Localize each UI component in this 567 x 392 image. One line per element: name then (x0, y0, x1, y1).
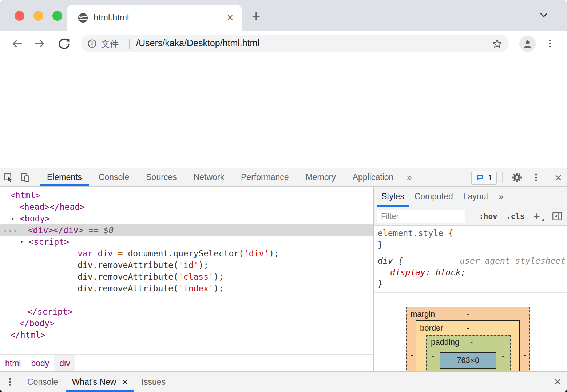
box-model-margin[interactable]: margin - - - border - - - padding (406, 307, 530, 372)
tab-search-chevron-icon[interactable] (539, 10, 549, 20)
margin-left-value[interactable]: - (411, 350, 413, 360)
box-model-border[interactable]: border - - - padding - - - (416, 320, 520, 372)
bookmark-star-icon[interactable] (492, 39, 502, 49)
zoom-window-button[interactable] (52, 11, 62, 21)
profile-avatar[interactable] (519, 36, 536, 52)
tab-title: html.html (94, 12, 129, 23)
margin-label: margin (411, 309, 435, 319)
dom-tree-row[interactable]: var div = document.querySelector('div'); (0, 248, 373, 259)
padding-left-value[interactable]: - (432, 352, 434, 361)
url-text[interactable]: /Users/kaka/Desktop/html.html (136, 38, 259, 48)
devtools-tab-elements[interactable]: Elements (39, 168, 90, 186)
dom-tree-row[interactable]: ▾<body> (0, 213, 373, 224)
dom-tree-row[interactable]: <head></head> (0, 201, 373, 213)
devtools-tab-memory[interactable]: Memory (297, 168, 344, 186)
dom-tree-row[interactable] (0, 294, 373, 306)
code-token: div (98, 249, 118, 258)
back-icon[interactable] (10, 37, 23, 50)
browser-menu-icon[interactable] (545, 39, 555, 48)
css-property-value[interactable]: block; (436, 268, 466, 277)
url-scheme-label: 文件 (101, 38, 119, 50)
overflow-dots-icon[interactable]: ... (3, 223, 18, 235)
box-model-diagram[interactable]: margin - - - border - - - padding (406, 307, 530, 372)
code-token: == (83, 225, 103, 235)
content-size: 763×0 (457, 356, 479, 365)
code-token: $0 (104, 225, 114, 235)
styles-filter-input[interactable] (377, 210, 465, 223)
user-agent-rule[interactable]: user agent stylesheetdiv { display: bloc… (374, 253, 567, 293)
close-window-button[interactable] (15, 11, 24, 21)
css-property-name[interactable]: display (390, 268, 425, 277)
devtools-tab-performance[interactable]: Performance (233, 168, 297, 186)
browser-tab[interactable]: html.html × (67, 5, 242, 31)
dom-tree-row[interactable]: </body> (0, 317, 373, 329)
expand-arrow-icon[interactable]: ▾ (20, 236, 29, 248)
devtools-close-icon[interactable]: × (555, 170, 562, 185)
tab-close-icon[interactable]: × (227, 11, 233, 24)
devtools-tab-application[interactable]: Application (344, 168, 402, 186)
reload-icon[interactable] (58, 37, 71, 50)
device-toolbar-button[interactable] (17, 168, 33, 186)
box-model-content[interactable]: 763×0 (440, 352, 496, 369)
dom-tree-row-selected[interactable]: ...<div></div> == $0 (0, 224, 373, 236)
drawer-tab-what-s-new[interactable]: What's New× (65, 372, 134, 392)
toggle-element-classes-button[interactable]: .cls (506, 212, 525, 221)
chat-bubble-icon (476, 173, 484, 182)
code-token: div.removeAttribute( (78, 284, 178, 293)
padding-label: padding (431, 337, 459, 347)
styles-tab-computed[interactable]: Computed (409, 187, 458, 207)
settings-gear-icon[interactable] (511, 172, 523, 183)
code-token: ); (269, 249, 279, 258)
border-right-value[interactable]: - (512, 351, 515, 360)
forward-icon[interactable] (33, 37, 47, 50)
drawer-menu-button[interactable] (0, 372, 20, 392)
minimize-window-button[interactable] (33, 11, 43, 21)
drawer-tab-issues[interactable]: Issues (135, 372, 173, 392)
dom-tree-row[interactable]: </html> (0, 329, 373, 341)
dom-tree-row[interactable]: <html> (0, 189, 373, 201)
dom-tree-row[interactable]: </script> (0, 306, 373, 317)
drawer-close-icon[interactable]: × (554, 373, 561, 390)
devtools-menu-icon[interactable] (531, 173, 541, 182)
close-brace: } (378, 240, 383, 249)
breadcrumb: htmlbodydiv (0, 354, 373, 372)
code-token: div.removeAttribute( (78, 260, 178, 270)
code-token: 'class' (178, 272, 214, 281)
box-model-padding[interactable]: padding - - - 763×0 (426, 335, 511, 372)
styles-tab-layout[interactable]: Layout (458, 187, 493, 207)
padding-top-value[interactable]: - (470, 337, 473, 347)
new-tab-button[interactable]: + (252, 9, 260, 23)
traffic-lights (15, 11, 62, 21)
border-top-value[interactable]: - (467, 323, 469, 333)
dock-sidebar-icon[interactable] (552, 211, 563, 222)
margin-top-value[interactable]: - (467, 309, 469, 319)
devtools-tab-sources[interactable]: Sources (138, 168, 185, 186)
margin-right-value[interactable]: - (523, 350, 526, 360)
toggle-pseudo-state-button[interactable]: :hov (479, 212, 497, 221)
page-info-icon[interactable] (87, 39, 97, 48)
border-left-value[interactable]: - (421, 351, 423, 360)
dom-tree-row[interactable]: div.removeAttribute('class'); (0, 271, 373, 283)
address-bar[interactable]: 文件 /Users/kaka/Desktop/html.html (81, 35, 509, 52)
element-style-rule[interactable]: element.style { } (374, 226, 567, 253)
devtools-tab-network[interactable]: Network (185, 168, 233, 186)
drawer-tab-console[interactable]: Console (20, 372, 65, 392)
dom-tree-row[interactable]: div.removeAttribute('id'); (0, 259, 373, 271)
person-icon (522, 39, 533, 49)
whats-new-badge-button[interactable]: 1 (471, 171, 497, 185)
more-styles-tabs-chevron[interactable]: » (499, 192, 503, 202)
new-style-rule-button[interactable]: + (533, 211, 543, 222)
dom-tree-row[interactable]: ▾<script> (0, 236, 373, 248)
more-panels-chevron[interactable]: » (402, 169, 417, 186)
dom-tree-row[interactable]: div.removeAttribute('index'); (0, 283, 373, 294)
drawer-tab-close-icon[interactable]: × (122, 372, 127, 392)
devtools-tab-console[interactable]: Console (90, 168, 138, 186)
styles-tab-styles[interactable]: Styles (376, 187, 409, 207)
padding-right-value[interactable]: - (501, 352, 504, 361)
breadcrumb-item-html[interactable]: html (0, 355, 26, 372)
breadcrumb-item-body[interactable]: body (26, 355, 54, 372)
expand-arrow-icon[interactable]: ▾ (11, 213, 20, 224)
breadcrumb-item-div[interactable]: div (54, 355, 75, 372)
inspect-element-button[interactable] (0, 168, 17, 186)
rule-selector: div (378, 256, 393, 265)
